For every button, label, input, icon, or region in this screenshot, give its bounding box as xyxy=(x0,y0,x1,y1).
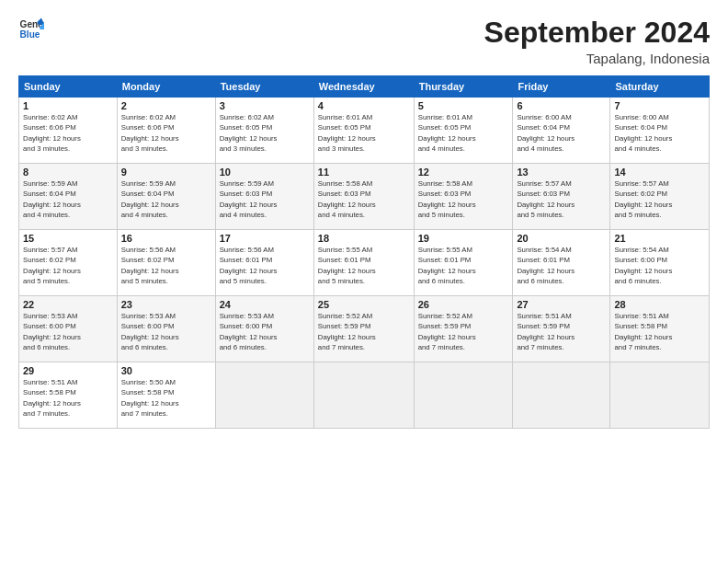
calendar-cell: 11Sunrise: 5:58 AM Sunset: 6:03 PM Dayli… xyxy=(313,164,414,230)
calendar-cell: 19Sunrise: 5:55 AM Sunset: 6:01 PM Dayli… xyxy=(414,230,513,296)
title-block: September 2024 Tapalang, Indonesia xyxy=(484,17,710,66)
header-saturday: Saturday xyxy=(610,76,710,98)
day-number: 9 xyxy=(121,167,211,178)
svg-text:Blue: Blue xyxy=(20,29,40,40)
day-number: 19 xyxy=(418,233,509,244)
header-monday: Monday xyxy=(117,76,215,98)
day-info: Sunrise: 5:57 AM Sunset: 6:03 PM Dayligh… xyxy=(517,178,606,220)
calendar-week-row: 22Sunrise: 5:53 AM Sunset: 6:00 PM Dayli… xyxy=(19,296,710,362)
header-thursday: Thursday xyxy=(414,76,513,98)
day-number: 3 xyxy=(220,100,310,111)
weekday-header-row: Sunday Monday Tuesday Wednesday Thursday… xyxy=(19,76,710,98)
day-info: Sunrise: 5:59 AM Sunset: 6:03 PM Dayligh… xyxy=(220,178,310,220)
day-info: Sunrise: 5:53 AM Sunset: 6:00 PM Dayligh… xyxy=(121,311,211,352)
day-number: 20 xyxy=(517,233,606,244)
calendar-week-row: 8Sunrise: 5:59 AM Sunset: 6:04 PM Daylig… xyxy=(19,164,710,230)
day-info: Sunrise: 5:57 AM Sunset: 6:02 PM Dayligh… xyxy=(23,245,113,286)
day-info: Sunrise: 5:52 AM Sunset: 5:59 PM Dayligh… xyxy=(418,311,509,352)
header-sunday: Sunday xyxy=(19,76,118,98)
day-number: 12 xyxy=(418,167,509,178)
day-number: 27 xyxy=(517,299,606,310)
logo: General Blue xyxy=(18,17,44,42)
day-info: Sunrise: 5:53 AM Sunset: 6:00 PM Dayligh… xyxy=(23,311,113,352)
calendar-cell: 21Sunrise: 5:54 AM Sunset: 6:00 PM Dayli… xyxy=(610,230,710,296)
calendar-cell: 15Sunrise: 5:57 AM Sunset: 6:02 PM Dayli… xyxy=(19,230,118,296)
logo-icon: General Blue xyxy=(18,17,44,42)
calendar-cell: 6Sunrise: 6:00 AM Sunset: 6:04 PM Daylig… xyxy=(513,98,610,164)
calendar-table: Sunday Monday Tuesday Wednesday Thursday… xyxy=(18,75,710,429)
day-info: Sunrise: 6:00 AM Sunset: 6:04 PM Dayligh… xyxy=(614,112,705,154)
calendar-cell: 18Sunrise: 5:55 AM Sunset: 6:01 PM Dayli… xyxy=(313,230,414,296)
day-number: 23 xyxy=(121,299,211,310)
calendar-cell: 22Sunrise: 5:53 AM Sunset: 6:00 PM Dayli… xyxy=(19,296,118,362)
day-number: 18 xyxy=(318,233,410,244)
day-number: 13 xyxy=(517,167,606,178)
day-number: 17 xyxy=(220,233,310,244)
header-friday: Friday xyxy=(513,76,610,98)
calendar-cell xyxy=(610,362,710,429)
calendar-cell: 12Sunrise: 5:58 AM Sunset: 6:03 PM Dayli… xyxy=(414,164,513,230)
calendar-cell: 5Sunrise: 6:01 AM Sunset: 6:05 PM Daylig… xyxy=(414,98,513,164)
day-info: Sunrise: 5:55 AM Sunset: 6:01 PM Dayligh… xyxy=(318,245,410,286)
day-number: 7 xyxy=(614,100,705,111)
calendar-cell: 20Sunrise: 5:54 AM Sunset: 6:01 PM Dayli… xyxy=(513,230,610,296)
calendar-cell: 17Sunrise: 5:56 AM Sunset: 6:01 PM Dayli… xyxy=(215,230,313,296)
day-number: 10 xyxy=(220,167,310,178)
day-number: 6 xyxy=(517,100,606,111)
calendar-cell: 8Sunrise: 5:59 AM Sunset: 6:04 PM Daylig… xyxy=(19,164,118,230)
day-info: Sunrise: 6:02 AM Sunset: 6:06 PM Dayligh… xyxy=(121,112,211,154)
day-info: Sunrise: 5:56 AM Sunset: 6:01 PM Dayligh… xyxy=(220,245,310,286)
calendar-cell: 24Sunrise: 5:53 AM Sunset: 6:00 PM Dayli… xyxy=(215,296,313,362)
calendar-cell: 10Sunrise: 5:59 AM Sunset: 6:03 PM Dayli… xyxy=(215,164,313,230)
day-info: Sunrise: 6:02 AM Sunset: 6:06 PM Dayligh… xyxy=(23,112,113,154)
day-info: Sunrise: 6:02 AM Sunset: 6:05 PM Dayligh… xyxy=(220,112,310,154)
calendar-week-row: 15Sunrise: 5:57 AM Sunset: 6:02 PM Dayli… xyxy=(19,230,710,296)
header-tuesday: Tuesday xyxy=(215,76,313,98)
day-number: 11 xyxy=(318,167,410,178)
calendar-cell: 26Sunrise: 5:52 AM Sunset: 5:59 PM Dayli… xyxy=(414,296,513,362)
day-number: 30 xyxy=(121,365,211,376)
day-info: Sunrise: 5:59 AM Sunset: 6:04 PM Dayligh… xyxy=(23,178,113,220)
calendar-cell: 30Sunrise: 5:50 AM Sunset: 5:58 PM Dayli… xyxy=(117,362,215,429)
day-number: 21 xyxy=(614,233,705,244)
day-info: Sunrise: 6:01 AM Sunset: 6:05 PM Dayligh… xyxy=(318,112,410,154)
header-wednesday: Wednesday xyxy=(313,76,414,98)
calendar-cell: 23Sunrise: 5:53 AM Sunset: 6:00 PM Dayli… xyxy=(117,296,215,362)
day-info: Sunrise: 5:54 AM Sunset: 6:01 PM Dayligh… xyxy=(517,245,606,286)
day-number: 26 xyxy=(418,299,509,310)
calendar-cell: 2Sunrise: 6:02 AM Sunset: 6:06 PM Daylig… xyxy=(117,98,215,164)
day-number: 15 xyxy=(23,233,113,244)
month-title: September 2024 xyxy=(484,17,710,49)
day-number: 2 xyxy=(121,100,211,111)
location-title: Tapalang, Indonesia xyxy=(484,51,710,66)
day-info: Sunrise: 5:56 AM Sunset: 6:02 PM Dayligh… xyxy=(121,245,211,286)
calendar-cell: 1Sunrise: 6:02 AM Sunset: 6:06 PM Daylig… xyxy=(19,98,118,164)
day-number: 4 xyxy=(318,100,410,111)
calendar-cell: 7Sunrise: 6:00 AM Sunset: 6:04 PM Daylig… xyxy=(610,98,710,164)
calendar-cell: 29Sunrise: 5:51 AM Sunset: 5:58 PM Dayli… xyxy=(19,362,118,429)
day-info: Sunrise: 5:53 AM Sunset: 6:00 PM Dayligh… xyxy=(220,311,310,352)
calendar-week-row: 1Sunrise: 6:02 AM Sunset: 6:06 PM Daylig… xyxy=(19,98,710,164)
day-info: Sunrise: 5:58 AM Sunset: 6:03 PM Dayligh… xyxy=(418,178,509,220)
day-number: 5 xyxy=(418,100,509,111)
day-info: Sunrise: 5:59 AM Sunset: 6:04 PM Dayligh… xyxy=(121,178,211,220)
calendar-cell: 27Sunrise: 5:51 AM Sunset: 5:59 PM Dayli… xyxy=(513,296,610,362)
day-info: Sunrise: 6:01 AM Sunset: 6:05 PM Dayligh… xyxy=(418,112,509,154)
calendar-cell: 14Sunrise: 5:57 AM Sunset: 6:02 PM Dayli… xyxy=(610,164,710,230)
calendar-cell xyxy=(513,362,610,429)
day-info: Sunrise: 5:50 AM Sunset: 5:58 PM Dayligh… xyxy=(121,377,211,419)
calendar-cell: 3Sunrise: 6:02 AM Sunset: 6:05 PM Daylig… xyxy=(215,98,313,164)
calendar-cell xyxy=(414,362,513,429)
day-info: Sunrise: 5:54 AM Sunset: 6:00 PM Dayligh… xyxy=(614,245,705,286)
day-number: 24 xyxy=(220,299,310,310)
day-number: 28 xyxy=(614,299,705,310)
day-info: Sunrise: 5:55 AM Sunset: 6:01 PM Dayligh… xyxy=(418,245,509,286)
day-info: Sunrise: 5:58 AM Sunset: 6:03 PM Dayligh… xyxy=(318,178,410,220)
day-info: Sunrise: 6:00 AM Sunset: 6:04 PM Dayligh… xyxy=(517,112,606,154)
day-number: 29 xyxy=(23,365,113,376)
day-info: Sunrise: 5:52 AM Sunset: 5:59 PM Dayligh… xyxy=(318,311,410,352)
calendar-week-row: 29Sunrise: 5:51 AM Sunset: 5:58 PM Dayli… xyxy=(19,362,710,429)
day-info: Sunrise: 5:51 AM Sunset: 5:59 PM Dayligh… xyxy=(517,311,606,352)
day-info: Sunrise: 5:57 AM Sunset: 6:02 PM Dayligh… xyxy=(614,178,705,220)
day-number: 25 xyxy=(318,299,410,310)
